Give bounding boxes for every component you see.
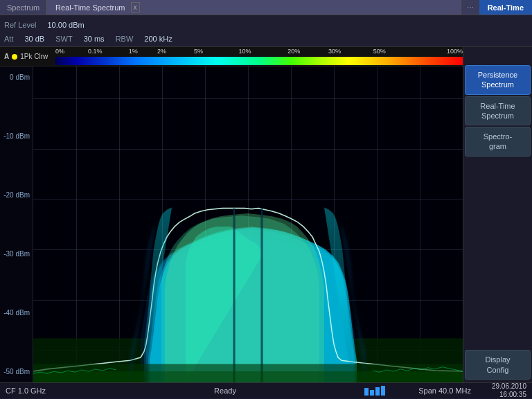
- y-0dbm: 0 dBm: [0, 73, 33, 81]
- scale-10: 10%: [239, 48, 251, 55]
- realtime-spectrum-button[interactable]: Real-TimeSpectrum: [465, 96, 531, 126]
- ref-level-value: 10.00 dBm: [47, 21, 84, 29]
- att-value: 30 dB: [24, 35, 44, 43]
- info-bar: Ref Level 10.00 dBm Att 30 dB SWT 30 ms …: [0, 15, 532, 47]
- rbw-value: 200 kHz: [144, 35, 172, 43]
- scale-5: 5%: [194, 48, 203, 55]
- scale-01: 0.1%: [88, 48, 103, 55]
- y-40dbm: -40 dBm: [0, 309, 33, 317]
- scale-100: 100%: [447, 48, 463, 55]
- status-span: Span 40.0 MHz: [388, 387, 471, 395]
- trace-dot: [12, 54, 17, 60]
- status-time: 16:00:35: [471, 391, 526, 399]
- trace-mode: 1Pk Clrw: [20, 53, 48, 60]
- y-axis: 0 dBm -10 dBm -20 dBm -30 dBm -40 dBm -5…: [0, 66, 33, 382]
- y-30dbm: -30 dBm: [0, 250, 33, 258]
- svg-rect-21: [370, 390, 374, 396]
- sidebar-spacer: [465, 158, 531, 349]
- scale-2: 2%: [157, 48, 166, 55]
- scale-50: 50%: [373, 48, 386, 55]
- svg-rect-22: [375, 387, 380, 396]
- scale-30: 30%: [328, 48, 341, 55]
- color-scale-bar: [55, 57, 463, 65]
- persistence-spectrum-button[interactable]: PersistenceSpectrum: [465, 65, 531, 95]
- spectrum-svg: [33, 66, 463, 382]
- realtime-badge: Real-Time: [479, 0, 532, 15]
- status-date: 29.06.2010: [471, 382, 526, 391]
- svg-marker-9: [165, 213, 324, 382]
- spectrogram-button[interactable]: Spectro-gram: [465, 127, 531, 157]
- spectrum-panel: A 1Pk Clrw 0% 0.1% 1% 2% 5% 10% 20% 30% …: [0, 47, 463, 382]
- spectrum-tab-label: Spectrum: [7, 3, 39, 12]
- status-ready: Ready: [89, 387, 362, 395]
- sidebar: PersistenceSpectrum Real-TimeSpectrum Sp…: [463, 47, 532, 382]
- svg-rect-20: [364, 388, 369, 396]
- scale-0: 0%: [55, 48, 64, 55]
- svg-rect-23: [381, 386, 385, 396]
- tab-spectrum[interactable]: Spectrum: [0, 0, 47, 15]
- tab-close-button[interactable]: x: [131, 2, 140, 12]
- main-layout: A 1Pk Clrw 0% 0.1% 1% 2% 5% 10% 20% 30% …: [0, 47, 532, 382]
- status-cf: CF 1.0 GHz: [6, 387, 89, 395]
- network-icon: [364, 386, 385, 396]
- display-config-button[interactable]: DisplayConfig: [465, 350, 531, 380]
- menu-dots[interactable]: ⋯: [461, 0, 479, 15]
- top-bar: Spectrum Real-Time Spectrum x ⋯ Real-Tim…: [0, 0, 532, 15]
- swt-label: SWT: [55, 35, 72, 43]
- ref-level-label: Ref Level: [4, 21, 36, 29]
- spectrum-display-area: [33, 66, 463, 382]
- y-50dbm: -50 dBm: [0, 368, 33, 375]
- status-bar: CF 1.0 GHz Ready Span 40.0 MHz 29.06.201…: [0, 382, 532, 398]
- att-label: Att: [4, 35, 13, 43]
- svg-rect-15: [33, 371, 463, 382]
- tab-realtime-spectrum[interactable]: Real-Time Spectrum x: [47, 0, 461, 15]
- y-10dbm: -10 dBm: [0, 132, 33, 140]
- realtime-badge-label: Real-Time: [488, 3, 524, 12]
- datetime-display: 29.06.2010 16:00:35: [471, 382, 526, 399]
- scale-1: 1%: [129, 48, 138, 55]
- trace-channel: A: [4, 53, 9, 60]
- y-20dbm: -20 dBm: [0, 191, 33, 199]
- rbw-label: RBW: [116, 35, 134, 43]
- scale-20: 20%: [287, 48, 300, 55]
- swt-value: 30 ms: [84, 35, 105, 43]
- realtime-tab-label: Real-Time Spectrum: [55, 3, 125, 12]
